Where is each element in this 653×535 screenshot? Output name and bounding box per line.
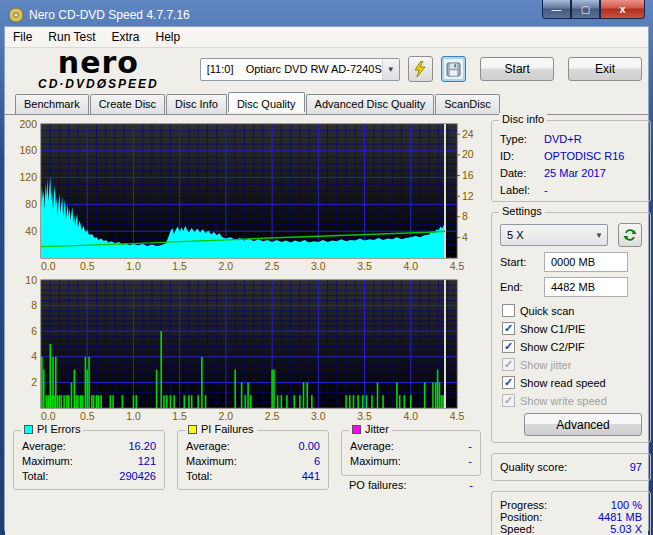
svg-text:2.5: 2.5	[265, 260, 280, 272]
options-button[interactable]	[408, 56, 433, 82]
stat-label: Average:	[186, 439, 299, 454]
svg-text:10: 10	[25, 276, 37, 286]
title-bar[interactable]: Nero CD-DVD Speed 4.7.7.16 — ▢ x	[4, 4, 649, 26]
stat-value: -	[468, 454, 472, 469]
advanced-button[interactable]: Advanced	[524, 413, 642, 436]
nero-logo: nero CD·DVDØSPEED	[11, 48, 186, 90]
tab-benchmark[interactable]: Benchmark	[15, 94, 89, 114]
progress-row: Speed:5.03 X	[500, 523, 642, 535]
stat-row: Maximum:-	[350, 454, 472, 469]
checked-checkbox-icon[interactable]: ✓	[502, 376, 515, 389]
series-color-swatch	[352, 425, 361, 434]
svg-text:20: 20	[462, 148, 474, 160]
checkbox-show-c1-pie[interactable]: ✓Show C1/PIE	[502, 320, 642, 337]
tab-disc-info[interactable]: Disc Info	[166, 94, 227, 114]
progress-label: Position:	[500, 511, 598, 523]
disc-info-row: ID:OPTODISC R16	[500, 148, 642, 165]
menu-item-run-test[interactable]: Run Test	[40, 27, 103, 47]
refresh-button[interactable]	[618, 223, 642, 247]
stat-row: Total:441	[186, 469, 320, 484]
end-field[interactable]: 4482 MB	[544, 277, 628, 297]
tab-disc-quality[interactable]: Disc Quality	[228, 92, 305, 112]
svg-text:2.5: 2.5	[265, 410, 280, 422]
stat-value: 16.20	[128, 439, 156, 454]
checkbox-show-c2-pif[interactable]: ✓Show C2/PIF	[502, 338, 642, 355]
pi-errors-chart: 200160120804024201612840.00.51.01.52.02.…	[13, 120, 483, 276]
tab-scandisc[interactable]: ScanDisc	[435, 94, 499, 114]
maximize-button[interactable]: ▢	[571, 0, 600, 19]
progress-label: Speed:	[500, 523, 610, 535]
stat-value: -	[468, 439, 472, 454]
disc-info-row: Type:DVD+R	[500, 131, 642, 148]
pi-errors-stats-group: PI ErrorsAverage:16.20Maximum:121Total:2…	[13, 430, 165, 490]
menu-item-extra[interactable]: Extra	[103, 27, 147, 47]
jitter-stats-group: JitterAverage:-Maximum:-	[341, 430, 481, 476]
checkbox-label: Show read speed	[520, 377, 606, 389]
series-color-swatch	[188, 425, 197, 434]
po-failures-row: PO failures:-	[341, 479, 481, 491]
logo-text-bottom: CD·DVDØSPEED	[11, 78, 186, 90]
svg-text:2: 2	[31, 376, 37, 388]
checkbox-label: Quick scan	[520, 305, 574, 317]
svg-text:1.0: 1.0	[126, 260, 141, 272]
checkbox-show-write-speed: ✓Show write speed	[502, 392, 642, 409]
svg-text:4.5: 4.5	[450, 410, 465, 422]
svg-text:200: 200	[19, 120, 37, 130]
disc-quality-page: 200160120804024201612840.00.51.01.52.02.…	[5, 114, 648, 535]
stat-label: PO failures:	[349, 479, 469, 491]
scan-speed-select[interactable]: 5 X ▼	[500, 224, 608, 246]
checked-checkbox-icon: ✓	[502, 358, 515, 371]
progress-row: Position:4481 MB	[500, 511, 642, 523]
svg-text:2.0: 2.0	[219, 260, 234, 272]
stat-label: Maximum:	[350, 454, 468, 469]
tab-advanced-disc-quality[interactable]: Advanced Disc Quality	[306, 94, 435, 114]
stat-label: Maximum:	[22, 454, 138, 469]
checkbox-show-jitter: ✓Show jitter	[502, 356, 642, 373]
stats-group-title: PI Failures	[185, 423, 257, 435]
svg-text:4: 4	[31, 350, 37, 362]
menu-item-help[interactable]: Help	[148, 27, 189, 47]
checked-checkbox-icon: ✓	[502, 394, 515, 407]
start-button[interactable]: Start	[480, 57, 554, 81]
settings-title: Settings	[499, 205, 545, 217]
chevron-down-icon[interactable]: ▼	[591, 231, 607, 240]
save-button[interactable]	[441, 56, 466, 82]
stat-label: Total:	[186, 469, 302, 484]
close-button[interactable]: x	[600, 0, 645, 19]
checkbox-label: Show jitter	[520, 359, 571, 371]
checkbox-quick-scan[interactable]: Quick scan	[502, 302, 642, 319]
tab-strip: BenchmarkCreate DiscDisc InfoDisc Qualit…	[5, 90, 648, 114]
quality-score-group: Quality score: 97	[491, 453, 651, 481]
checked-checkbox-icon[interactable]: ✓	[502, 340, 515, 353]
menu-item-file[interactable]: File	[5, 27, 40, 47]
svg-text:0.0: 0.0	[41, 260, 56, 272]
disc-info-row: Date:25 Mar 2017	[500, 165, 642, 182]
svg-text:16: 16	[462, 169, 474, 181]
pi-failures-stats-group: PI FailuresAverage:0.00Maximum:6Total:44…	[177, 430, 329, 490]
svg-text:80: 80	[25, 198, 37, 210]
svg-text:1.0: 1.0	[126, 410, 141, 422]
unchecked-checkbox-icon[interactable]	[502, 304, 515, 317]
checked-checkbox-icon[interactable]: ✓	[502, 322, 515, 335]
exit-button[interactable]: Exit	[568, 57, 642, 81]
series-color-swatch	[24, 425, 33, 434]
drive-select[interactable]: [11:0] Optiarc DVD RW AD-7240S 1.04 ▼	[200, 58, 400, 81]
start-field[interactable]: 0000 MB	[544, 252, 628, 272]
minimize-button[interactable]: —	[542, 0, 571, 19]
svg-text:2.0: 2.0	[219, 410, 234, 422]
svg-text:0.5: 0.5	[80, 260, 95, 272]
stat-row: Maximum:6	[186, 454, 320, 469]
svg-text:4: 4	[462, 231, 468, 243]
chevron-down-icon[interactable]: ▼	[382, 59, 399, 80]
charts-column: 200160120804024201612840.00.51.01.52.02.…	[13, 120, 483, 535]
svg-text:3.5: 3.5	[357, 260, 372, 272]
drive-select-value: [11:0] Optiarc DVD RW AD-7240S 1.04	[201, 63, 382, 75]
scan-speed-value: 5 X	[501, 229, 591, 241]
stat-value: 121	[138, 454, 156, 469]
tab-create-disc[interactable]: Create Disc	[90, 94, 165, 114]
stat-value: 0.00	[299, 439, 320, 454]
svg-text:12: 12	[462, 190, 474, 202]
stats-group-title: Jitter	[349, 423, 392, 435]
svg-text:8: 8	[31, 299, 37, 311]
checkbox-show-read-speed[interactable]: ✓Show read speed	[502, 374, 642, 391]
